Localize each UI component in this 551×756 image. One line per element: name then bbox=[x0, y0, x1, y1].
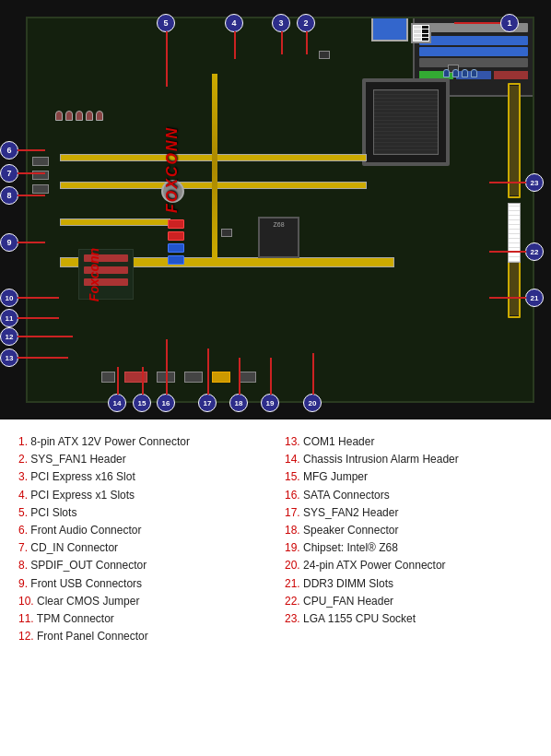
arrow-20 bbox=[312, 353, 314, 395]
pin1 bbox=[414, 26, 421, 29]
io-port-lan bbox=[419, 58, 528, 67]
legend-item-12: 12. Front Panel Connector bbox=[18, 628, 266, 645]
legend-text-23: LGA 1155 CPU Socket bbox=[303, 612, 416, 625]
left-headers bbox=[32, 157, 49, 194]
annotation-circle-8: 8 bbox=[0, 186, 18, 205]
pcb-board: Z68 bbox=[26, 17, 534, 403]
arrow-5 bbox=[166, 31, 168, 87]
legend-text-12: Front Panel Connector bbox=[37, 630, 148, 643]
legend-text-22: CPU_FAN Header bbox=[303, 595, 393, 608]
legend-item-17: 17. SYS_FAN2 Header bbox=[285, 504, 533, 522]
legend-text-16: SATA Connectors bbox=[303, 489, 390, 502]
io-port-usb2 bbox=[419, 47, 528, 56]
arrow-19 bbox=[270, 358, 272, 395]
legend-num-15: 15. bbox=[285, 470, 300, 483]
legend-num-23: 23. bbox=[285, 612, 300, 625]
annotation-21: 21 bbox=[525, 289, 544, 307]
annotation-1: 1 bbox=[500, 14, 519, 32]
atx-24pin bbox=[508, 203, 521, 263]
annotation-2: 2 bbox=[297, 14, 315, 32]
annotation-circle-13: 13 bbox=[0, 348, 18, 367]
annotation-circle-15: 15 bbox=[133, 394, 151, 412]
cpu-socket-pins bbox=[374, 90, 438, 154]
legend-text-9: Front USB Connectors bbox=[30, 577, 142, 590]
chipset-z68: Z68 bbox=[258, 217, 299, 258]
io-port-usb bbox=[419, 36, 528, 45]
annotation-circle-11: 11 bbox=[0, 309, 18, 327]
dimm-fill-1 bbox=[510, 86, 519, 195]
pin7 bbox=[414, 38, 421, 41]
legend-item-21: 21. DDR3 DIMM Slots bbox=[285, 575, 533, 593]
legend-num-12: 12. bbox=[18, 630, 34, 643]
legend-item-18: 18. Speaker Connector bbox=[285, 522, 533, 539]
annotation-circle-14: 14 bbox=[108, 394, 126, 412]
legend-num-16: 16. bbox=[285, 489, 300, 502]
annotation-3: 3 bbox=[272, 14, 290, 32]
legend-item-3: 3. PCI Express x16 Slot bbox=[18, 468, 266, 486]
annotation-11: 11 bbox=[0, 309, 18, 327]
pin3 bbox=[414, 30, 421, 32]
sata-3 bbox=[168, 255, 184, 265]
annotation-circle-23: 23 bbox=[525, 173, 544, 192]
legend-section: 1. 8-pin ATX 12V Power Connector 2. SYS_… bbox=[0, 419, 551, 659]
annotation-20: 20 bbox=[303, 394, 322, 412]
legend-text-15: MFG Jumper bbox=[303, 470, 368, 483]
annotation-15: 15 bbox=[133, 394, 151, 412]
legend-num-5: 5. bbox=[18, 506, 28, 519]
arrow-23 bbox=[489, 182, 526, 183]
annotation-circle-5: 5 bbox=[157, 14, 175, 32]
annotation-circle-6: 6 bbox=[0, 141, 18, 159]
bottom-header6 bbox=[240, 372, 256, 383]
arrow-11 bbox=[18, 317, 59, 319]
legend-num-1: 1. bbox=[18, 435, 28, 448]
arrow-22 bbox=[489, 251, 526, 253]
annotation-circle-19: 19 bbox=[261, 394, 279, 412]
legend-text-14: Chassis Intrusion Alarm Header bbox=[303, 453, 459, 466]
legend-text-7: CD_IN Connector bbox=[30, 541, 118, 554]
foxconn-logo-main: FOXCONN bbox=[164, 126, 181, 213]
arrow-7 bbox=[18, 172, 45, 174]
legend-num-9: 9. bbox=[18, 577, 28, 590]
annotation-19: 19 bbox=[261, 394, 279, 412]
legend-right-column: 13. COM1 Header 14. Chassis Intrusion Al… bbox=[285, 433, 533, 645]
legend-num-11: 11. bbox=[18, 612, 34, 625]
annotation-18: 18 bbox=[229, 394, 248, 412]
legend-text-3: PCI Express x16 Slot bbox=[30, 470, 135, 483]
legend-num-14: 14. bbox=[285, 453, 300, 466]
annotation-circle-1: 1 bbox=[500, 14, 519, 32]
legend-num-6: 6. bbox=[18, 524, 28, 537]
bottom-header1 bbox=[101, 372, 115, 383]
pin8 bbox=[422, 38, 429, 41]
annotation-circle-2: 2 bbox=[297, 14, 315, 32]
legend-text-11: TPM Connector bbox=[37, 612, 114, 625]
legend-num-7: 7. bbox=[18, 541, 28, 554]
arrow-12 bbox=[18, 336, 73, 337]
arrow-6 bbox=[18, 149, 45, 151]
legend-item-4: 4. PCI Express x1 Slots bbox=[18, 487, 266, 504]
annotation-circle-10: 10 bbox=[0, 289, 18, 307]
legend-item-5: 5. PCI Slots bbox=[18, 504, 266, 522]
motherboard-image: Z68 bbox=[0, 0, 551, 419]
annotation-8: 8 bbox=[0, 186, 18, 205]
annotation-7: 7 bbox=[0, 164, 18, 183]
annotation-6: 6 bbox=[0, 141, 18, 159]
arrow-8 bbox=[18, 195, 45, 196]
legend-text-21: DDR3 DIMM Slots bbox=[303, 577, 393, 590]
legend-item-23: 23. LGA 1155 CPU Socket bbox=[285, 610, 533, 628]
sys-fan2 bbox=[221, 229, 232, 237]
annotation-9: 9 bbox=[0, 233, 18, 252]
legend-num-21: 21. bbox=[285, 577, 300, 590]
annotation-circle-21: 21 bbox=[525, 289, 544, 307]
bottom-header2 bbox=[124, 372, 147, 383]
legend-item-1: 1. 8-pin ATX 12V Power Connector bbox=[18, 433, 266, 451]
legend-item-9: 9. Front USB Connectors bbox=[18, 575, 266, 593]
arrow-9 bbox=[18, 242, 45, 243]
legend-num-4: 4. bbox=[18, 489, 28, 502]
cpu-cap1 bbox=[443, 69, 450, 77]
legend-text-10: Clear CMOS Jumper bbox=[37, 595, 139, 608]
io-audio-red bbox=[494, 71, 528, 79]
legend-num-10: 10. bbox=[18, 595, 34, 608]
legend-num-18: 18. bbox=[285, 524, 300, 537]
legend-num-17: 17. bbox=[285, 506, 300, 519]
annotation-23: 23 bbox=[525, 173, 544, 192]
